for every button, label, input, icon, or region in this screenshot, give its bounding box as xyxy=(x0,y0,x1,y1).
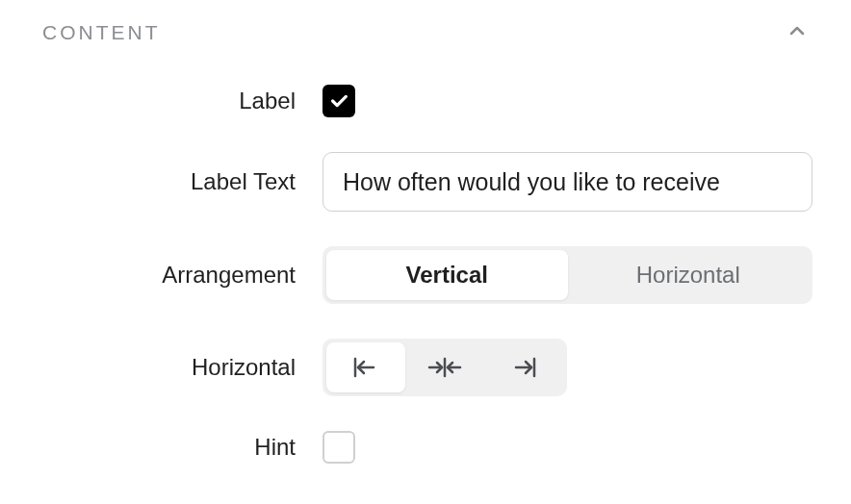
field-row-label: Label xyxy=(39,85,812,117)
field-label: Arrangement xyxy=(39,262,322,289)
check-icon xyxy=(328,90,349,112)
field-row-label-text: Label Text xyxy=(39,152,812,212)
label-checkbox[interactable] xyxy=(322,85,355,117)
align-right-icon xyxy=(508,356,539,379)
field-control xyxy=(322,85,812,117)
field-row-hint: Hint xyxy=(39,431,812,464)
field-control xyxy=(322,431,812,464)
align-left-icon xyxy=(350,356,381,379)
arrangement-option-horizontal[interactable]: Horizontal xyxy=(568,250,810,300)
field-label: Hint xyxy=(39,434,322,461)
align-center-icon xyxy=(427,356,462,379)
field-row-horizontal: Horizontal xyxy=(39,339,812,396)
section-title: CONTENT xyxy=(42,21,161,44)
field-row-arrangement: Arrangement Vertical Horizontal xyxy=(39,246,812,304)
label-text-input[interactable] xyxy=(322,152,812,212)
collapse-section-icon[interactable] xyxy=(786,19,809,46)
field-control xyxy=(322,152,812,212)
align-right-button[interactable] xyxy=(484,342,563,392)
section-header: CONTENT xyxy=(39,19,812,46)
field-label: Label xyxy=(39,88,322,114)
align-center-button[interactable] xyxy=(405,342,484,392)
field-control xyxy=(322,339,812,396)
horizontal-align-group xyxy=(322,339,567,396)
field-label: Label Text xyxy=(39,168,322,195)
arrangement-segmented-control: Vertical Horizontal xyxy=(322,246,812,304)
align-left-button[interactable] xyxy=(326,342,405,392)
hint-checkbox[interactable] xyxy=(322,431,355,464)
arrangement-option-vertical[interactable]: Vertical xyxy=(326,250,568,300)
field-label: Horizontal xyxy=(39,354,322,381)
field-control: Vertical Horizontal xyxy=(322,246,812,304)
